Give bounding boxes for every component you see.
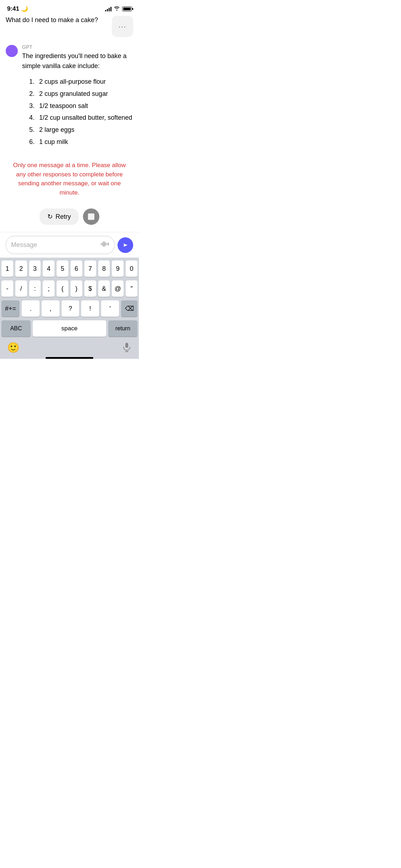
key-2[interactable]: 2 (15, 260, 27, 277)
more-dots-icon: ··· (119, 22, 127, 31)
key-slash[interactable]: / (15, 280, 27, 297)
stop-icon (88, 213, 94, 220)
user-message-row: What do I need to make a cake? ··· (6, 16, 133, 37)
key-return[interactable]: return (108, 320, 137, 337)
svg-rect-0 (88, 213, 94, 220)
key-3[interactable]: 3 (29, 260, 41, 277)
status-bar: 9:41 🌙 (0, 0, 139, 16)
key-apostrophe[interactable]: ' (101, 300, 119, 317)
list-item: 6.1 cup milk (29, 137, 133, 147)
retry-label: Retry (56, 213, 71, 221)
keyboard-symbol-row: - / : ; ( ) $ & @ " (0, 280, 139, 297)
svg-rect-4 (105, 242, 106, 246)
message-input-wrap[interactable]: Message (6, 236, 115, 254)
battery-icon (122, 6, 132, 11)
gpt-intro: The ingredients you'll need to bake a si… (22, 51, 133, 71)
gpt-label: GPT (22, 44, 133, 50)
send-icon (122, 242, 129, 249)
key-ampersand[interactable]: & (98, 280, 110, 297)
message-placeholder[interactable]: Message (11, 241, 98, 249)
wifi-icon (114, 6, 120, 12)
svg-rect-3 (104, 241, 104, 247)
gpt-response-text: The ingredients you'll need to bake a si… (22, 51, 133, 147)
emoji-icon[interactable]: 🙂 (7, 342, 20, 353)
list-item: 4.1/2 cup unsalted butter, softened (29, 113, 133, 123)
stop-button[interactable] (83, 208, 99, 225)
key-quote[interactable]: " (126, 280, 137, 297)
svg-rect-8 (124, 245, 127, 246)
keyboard-special-row: #+= . , ? ! ' ⌫ (0, 300, 139, 317)
key-space[interactable]: space (33, 320, 106, 337)
key-period[interactable]: . (22, 300, 40, 317)
key-abc[interactable]: ABC (1, 320, 31, 337)
home-bar (46, 357, 93, 359)
key-1[interactable]: 1 (1, 260, 13, 277)
status-icons (105, 6, 132, 12)
more-options-button[interactable]: ··· (112, 16, 133, 37)
key-9[interactable]: 9 (112, 260, 124, 277)
gpt-message: GPT The ingredients you'll need to bake … (6, 44, 133, 149)
send-button[interactable] (118, 237, 133, 253)
key-semicolon[interactable]: ; (43, 280, 54, 297)
svg-rect-5 (106, 243, 107, 245)
gpt-content: GPT The ingredients you'll need to bake … (22, 44, 133, 149)
key-backspace[interactable]: ⌫ (121, 300, 137, 317)
svg-rect-9 (125, 343, 128, 348)
retry-row: ↻ Retry (6, 208, 133, 225)
key-hashtag[interactable]: #+= (1, 300, 20, 317)
keyboard-emoji-row: 🙂 (0, 339, 139, 357)
key-question[interactable]: ? (62, 300, 79, 317)
ingredients-list: 1.2 cups all-purpose flour 2.2 cups gran… (22, 77, 133, 147)
key-8[interactable]: 8 (98, 260, 110, 277)
error-message: Only one message at a time. Please allow… (6, 155, 133, 203)
key-4[interactable]: 4 (43, 260, 54, 277)
retry-button[interactable]: ↻ Retry (40, 208, 79, 225)
key-colon[interactable]: : (29, 280, 41, 297)
key-5[interactable]: 5 (57, 260, 68, 277)
key-at[interactable]: @ (112, 280, 124, 297)
key-dash[interactable]: - (1, 280, 13, 297)
keyboard-bottom-row: ABC space return (0, 320, 139, 337)
list-item: 5.2 large eggs (29, 125, 133, 135)
voice-waveform-icon (101, 241, 109, 249)
signal-icon (105, 6, 111, 11)
list-item: 1.2 cups all-purpose flour (29, 77, 133, 87)
chat-area: What do I need to make a cake? ··· GPT T… (0, 16, 139, 225)
moon-icon: 🌙 (21, 6, 28, 12)
svg-rect-1 (101, 243, 101, 245)
list-item: 2.2 cups granulated sugar (29, 89, 133, 99)
key-closeparen[interactable]: ) (71, 280, 82, 297)
svg-rect-2 (102, 242, 103, 246)
key-comma[interactable]: , (42, 300, 59, 317)
status-time: 9:41 🌙 (7, 5, 28, 12)
retry-icon: ↻ (47, 213, 53, 221)
svg-rect-6 (108, 243, 109, 246)
key-0[interactable]: 0 (126, 260, 137, 277)
keyboard: 1 2 3 4 5 6 7 8 9 0 - / : ; ( ) $ & @ " … (0, 258, 139, 359)
user-message-text: What do I need to make a cake? (6, 16, 108, 25)
list-item: 3.1/2 teaspoon salt (29, 101, 133, 111)
key-6[interactable]: 6 (71, 260, 82, 277)
key-dollar[interactable]: $ (84, 280, 96, 297)
key-exclamation[interactable]: ! (81, 300, 99, 317)
mic-icon[interactable] (122, 342, 132, 353)
key-7[interactable]: 7 (84, 260, 96, 277)
input-row: Message (0, 232, 139, 258)
keyboard-number-row: 1 2 3 4 5 6 7 8 9 0 (0, 260, 139, 277)
gpt-avatar (6, 45, 18, 57)
key-openparen[interactable]: ( (57, 280, 68, 297)
